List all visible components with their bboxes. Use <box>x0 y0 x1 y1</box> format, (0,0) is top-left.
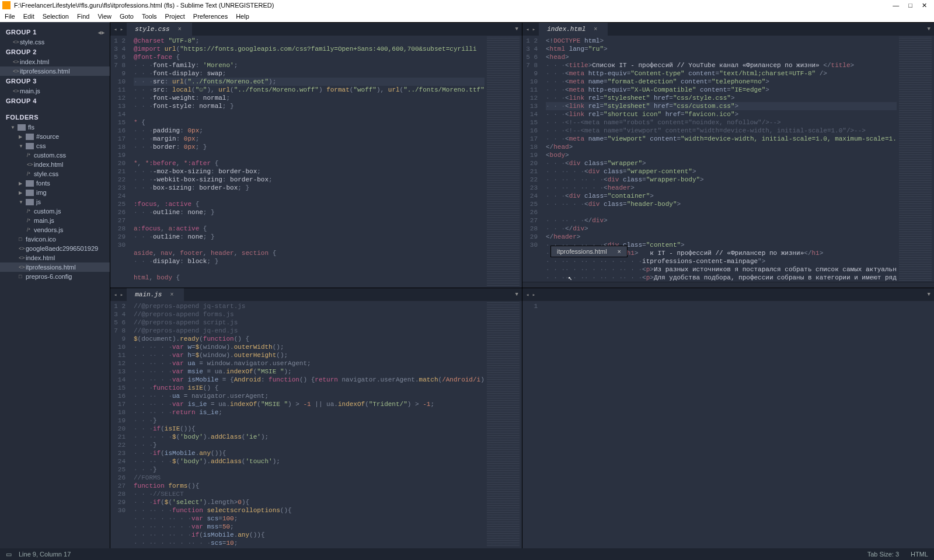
group-1-header[interactable]: GROUP 1 ◂ ▸ <box>0 27 110 37</box>
group-2-header[interactable]: GROUP 2 <box>0 47 110 57</box>
file-vendors-js[interactable]: /*vendors.js <box>0 225 110 235</box>
code-bl[interactable]: //@prepros-append jq-start.js //@prepros… <box>131 301 485 548</box>
open-file-main-js[interactable]: <> main.js <box>0 86 110 96</box>
status-tab-size[interactable]: Tab Size: 3 <box>867 551 899 558</box>
maximize-button[interactable]: □ <box>908 2 912 9</box>
status-syntax[interactable]: HTML <box>911 551 928 558</box>
menu-preferences[interactable]: Preferences <box>193 13 228 20</box>
file-index-html[interactable]: <>index.html <box>0 160 110 169</box>
code-area-br[interactable]: 1 <box>522 301 934 548</box>
menu-file[interactable]: File <box>5 13 15 20</box>
tree-item-label: favicon.ico <box>26 236 56 243</box>
tree-item-label: prepros-6.config <box>26 273 72 280</box>
tab-label: main.js <box>135 291 162 298</box>
folder-img[interactable]: ▶img <box>0 188 110 197</box>
disclosure-icon[interactable]: ▶ <box>19 134 23 139</box>
close-icon[interactable]: × <box>170 292 173 298</box>
file-icon: /* <box>27 227 32 233</box>
menu-project[interactable]: Project <box>165 13 185 20</box>
pane-menu-tr[interactable]: ▼ <box>924 23 934 36</box>
menu-view[interactable]: View <box>97 13 111 20</box>
status-icon[interactable]: ▭ <box>6 551 12 558</box>
group-3-header[interactable]: GROUP 3 <box>0 76 110 86</box>
file-main-js[interactable]: /*main.js <box>0 216 110 225</box>
file-icon: □ <box>19 274 23 279</box>
disclosure-icon[interactable]: ▼ <box>19 200 23 205</box>
tree-item-label: css <box>36 142 46 149</box>
disclosure-icon[interactable]: ▼ <box>11 125 15 130</box>
code-tl[interactable]: @charset "UTF-8"; @import url("https://f… <box>131 36 485 288</box>
code-area-tl[interactable]: 1 2 3 4 5 6 7 8 9 10 11 12 13 14 15 16 1… <box>110 36 522 288</box>
file-index-html[interactable]: <>index.html <box>0 253 110 262</box>
pane-br-nav[interactable]: ◂ ▸ <box>522 288 539 301</box>
file-style-css[interactable]: /*style.css <box>0 169 110 178</box>
file-itprofessions-html[interactable]: <>itprofessions.html <box>0 262 110 272</box>
code-tr[interactable]: <!DOCTYPE html> <html lang="ru"> <head> … <box>543 36 897 282</box>
minimap-tl[interactable] <box>485 36 522 288</box>
close-icon[interactable]: × <box>178 26 182 33</box>
open-file-label: index.html <box>20 58 49 65</box>
tab-main-js[interactable]: main.js × <box>127 288 184 301</box>
folder-fls[interactable]: ▼fls <box>0 123 110 132</box>
pane-menu-tl[interactable]: ▼ <box>512 23 522 36</box>
minimap-tr[interactable] <box>897 36 934 282</box>
close-button[interactable]: ✕ <box>922 2 927 9</box>
folder-icon <box>26 134 34 140</box>
pane-bl-nav[interactable]: ◂ ▸ <box>110 288 127 301</box>
code-area-bl[interactable]: 1 2 3 4 5 6 7 8 9 10 11 12 13 14 15 16 1… <box>110 301 522 548</box>
menu-goto[interactable]: Goto <box>120 13 134 20</box>
tab-style-css[interactable]: style.css × <box>127 23 191 36</box>
open-file-index-html[interactable]: <> index.html <box>0 57 110 66</box>
menu-edit[interactable]: Edit <box>23 13 34 20</box>
file-google8aedc2996501929[interactable]: <>google8aedc2996501929 <box>0 244 110 253</box>
menu-selection[interactable]: Selection <box>43 13 69 20</box>
folder-js[interactable]: ▼js <box>0 197 110 206</box>
menu-tools[interactable]: Tools <box>142 13 157 20</box>
pane-tr-nav[interactable]: ◂ ▸ <box>522 23 539 36</box>
code-br[interactable] <box>543 301 934 548</box>
group-1-label: GROUP 1 <box>6 29 37 36</box>
folder-tree[interactable]: ▼fls▶#source▼css/*custom.css<>index.html… <box>0 123 110 281</box>
tab-index-html[interactable]: index.html × <box>539 23 608 36</box>
goto-popup-close[interactable]: × <box>618 248 621 255</box>
minimap-bl[interactable] <box>485 301 522 548</box>
disclosure-icon[interactable]: ▼ <box>19 144 23 149</box>
file-custom-js[interactable]: /*custom.js <box>0 206 110 216</box>
goto-popup-text: itprofessions.html <box>557 248 607 255</box>
folder-fonts[interactable]: ▶fonts <box>0 178 110 188</box>
menu-find[interactable]: Find <box>77 13 89 20</box>
disclosure-icon[interactable]: ▶ <box>19 181 23 186</box>
folder-icon <box>26 190 34 196</box>
folders-header[interactable]: FOLDERS <box>0 112 110 123</box>
menu-bar: File Edit Selection Find View Goto Tools… <box>0 10 934 22</box>
group-1-nav[interactable]: ◂ ▸ <box>98 29 104 36</box>
goto-anything-popup[interactable]: itprofessions.html × <box>550 246 628 257</box>
folder--source[interactable]: ▶#source <box>0 132 110 141</box>
sidebar[interactable]: GROUP 1 ◂ ▸ <> style.css GROUP 2 <> inde… <box>0 22 110 548</box>
close-icon[interactable]: × <box>594 26 597 33</box>
tree-item-label: js <box>36 198 41 205</box>
pane-tl-nav[interactable]: ◂ ▸ <box>110 23 127 36</box>
tree-item-label: main.js <box>34 217 54 224</box>
open-file-itprofessions-html[interactable]: <> itprofessions.html <box>0 66 110 76</box>
tree-item-label: custom.css <box>34 152 66 159</box>
tree-item-label: index.html <box>26 254 55 261</box>
code-area-tr[interactable]: 1 2 3 4 5 6 7 8 9 10 11 12 13 14 15 16 1… <box>522 36 934 282</box>
group-4-header[interactable]: GROUP 4 <box>0 96 110 106</box>
folder-icon <box>26 180 34 187</box>
scrollbar-tr[interactable] <box>522 282 934 288</box>
open-file-style-css[interactable]: <> style.css <box>0 37 110 47</box>
menu-help[interactable]: Help <box>236 13 249 20</box>
file-prepros-6-config[interactable]: □prepros-6.config <box>0 272 110 281</box>
disclosure-icon[interactable]: ▶ <box>19 190 23 195</box>
tab-label: style.css <box>135 26 169 33</box>
pane-menu-br[interactable]: ▼ <box>924 288 934 301</box>
gutter-br: 1 <box>522 301 543 548</box>
pane-menu-bl[interactable]: ▼ <box>512 288 522 301</box>
open-file-label: style.css <box>20 38 44 46</box>
pane-bottom-left: ◂ ▸ main.js × ▼ 1 2 3 4 5 6 7 8 9 10 11 … <box>110 288 522 548</box>
file-custom-css[interactable]: /*custom.css <box>0 150 110 160</box>
file-favicon-ico[interactable]: □favicon.ico <box>0 235 110 244</box>
minimize-button[interactable]: — <box>893 2 899 9</box>
folder-css[interactable]: ▼css <box>0 141 110 150</box>
